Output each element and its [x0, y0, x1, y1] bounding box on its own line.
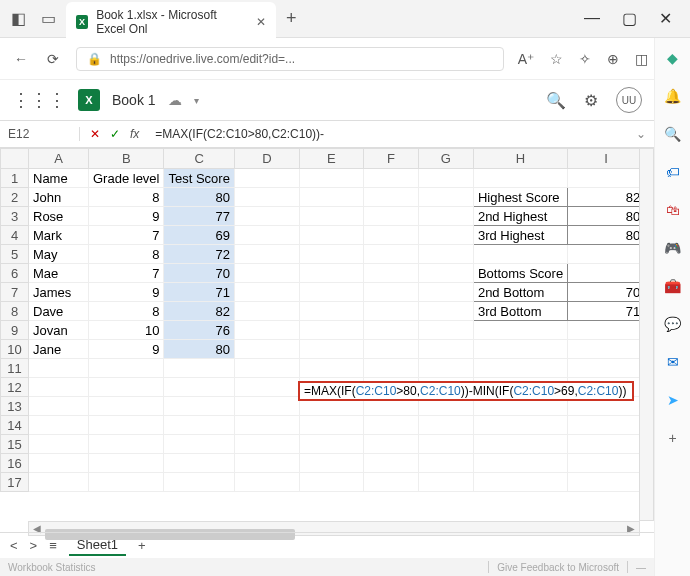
cell[interactable]: 9	[89, 340, 164, 359]
reading-icon[interactable]: A⁺	[518, 51, 534, 67]
cell[interactable]: 77	[164, 207, 234, 226]
bell-icon[interactable]: 🔔	[663, 86, 683, 106]
col-header-D[interactable]: D	[234, 149, 299, 169]
user-avatar[interactable]: UU	[616, 87, 642, 113]
workbook-name[interactable]: Book 1	[112, 92, 156, 108]
cell[interactable]: Mae	[29, 264, 89, 283]
send-icon[interactable]: ➤	[663, 390, 683, 410]
cell[interactable]: 2nd Bottom	[473, 283, 567, 302]
shopping-icon[interactable]: 🛍	[663, 200, 683, 220]
dropdown-icon[interactable]: ▾	[194, 95, 199, 106]
row-header[interactable]: 16	[1, 454, 29, 473]
sheet-tab[interactable]: Sheet1	[69, 535, 126, 556]
tabs-icon[interactable]: ▭	[40, 11, 56, 27]
next-sheet-icon[interactable]: >	[30, 538, 38, 553]
close-tab-icon[interactable]: ✕	[256, 15, 266, 29]
add-sheet-icon[interactable]: +	[138, 538, 146, 553]
zoom-out-icon[interactable]: —	[636, 562, 646, 573]
row-header[interactable]: 2	[1, 188, 29, 207]
tools-icon[interactable]: 🧰	[663, 276, 683, 296]
cell[interactable]: Bottoms Score	[473, 264, 567, 283]
cell[interactable]: 7	[89, 226, 164, 245]
row-header[interactable]: 10	[1, 340, 29, 359]
cloud-save-icon[interactable]: ☁	[168, 92, 182, 108]
cell[interactable]: 80	[568, 226, 645, 245]
row-header[interactable]: 7	[1, 283, 29, 302]
cell[interactable]: 70	[164, 264, 234, 283]
new-tab-button[interactable]: +	[286, 8, 297, 29]
profile-icon[interactable]: ◧	[10, 11, 26, 27]
row-header[interactable]: 12	[1, 378, 29, 397]
refresh-icon[interactable]: ⟳	[44, 51, 62, 67]
col-header-A[interactable]: A	[29, 149, 89, 169]
tag-icon[interactable]: 🏷	[663, 162, 683, 182]
row-header[interactable]: 5	[1, 245, 29, 264]
browser-tab[interactable]: X Book 1.xlsx - Microsoft Excel Onl ✕	[66, 2, 276, 42]
header-search-icon[interactable]: 🔍	[546, 91, 566, 110]
close-window-icon[interactable]: ✕	[659, 9, 672, 28]
spreadsheet-grid[interactable]: A B C D E F G H I 1 Name Grade level Tes…	[0, 148, 654, 576]
cell[interactable]: Mark	[29, 226, 89, 245]
cell[interactable]: Jane	[29, 340, 89, 359]
row-header[interactable]: 13	[1, 397, 29, 416]
cell[interactable]: 80	[164, 188, 234, 207]
add-icon[interactable]: +	[663, 428, 683, 448]
cell[interactable]: James	[29, 283, 89, 302]
cell[interactable]: 9	[89, 283, 164, 302]
cell[interactable]: Grade level	[89, 169, 164, 188]
cell[interactable]: 72	[164, 245, 234, 264]
col-header-F[interactable]: F	[363, 149, 418, 169]
prev-sheet-icon[interactable]: <	[10, 538, 18, 553]
cell[interactable]: 2nd Highest	[473, 207, 567, 226]
search-icon[interactable]: 🔍	[663, 124, 683, 144]
cell[interactable]: 70	[568, 283, 645, 302]
row-header[interactable]: 6	[1, 264, 29, 283]
cell[interactable]: 80	[164, 340, 234, 359]
formula-input[interactable]: =MAX(IF(C2:C10>80,C2:C10))-	[149, 127, 628, 141]
maximize-icon[interactable]: ▢	[622, 9, 637, 28]
row-header[interactable]: 3	[1, 207, 29, 226]
cell[interactable]: 8	[89, 188, 164, 207]
collections-icon[interactable]: ⊕	[607, 51, 619, 67]
row-header[interactable]: 4	[1, 226, 29, 245]
cell[interactable]: 82	[568, 188, 645, 207]
minimize-icon[interactable]: —	[584, 9, 600, 28]
extension-icon[interactable]: ✧	[579, 51, 591, 67]
select-all[interactable]	[1, 149, 29, 169]
cell[interactable]: Rose	[29, 207, 89, 226]
cell[interactable]: 9	[89, 207, 164, 226]
vertical-scrollbar[interactable]	[639, 148, 654, 521]
back-icon[interactable]: ←	[12, 51, 30, 67]
cancel-formula-icon[interactable]: ✕	[90, 127, 100, 141]
cell[interactable]: 82	[164, 302, 234, 321]
cell[interactable]: 8	[89, 245, 164, 264]
star-icon[interactable]: ☆	[550, 51, 563, 67]
col-header-I[interactable]: I	[568, 149, 645, 169]
cell[interactable]: 8	[89, 302, 164, 321]
col-header-C[interactable]: C	[164, 149, 234, 169]
url-input[interactable]: 🔒 https://onedrive.live.com/edit?id=...	[76, 47, 504, 71]
feedback-button[interactable]: Give Feedback to Microsoft	[497, 562, 619, 573]
name-box[interactable]: E12	[0, 127, 80, 141]
cell[interactable]: 76	[164, 321, 234, 340]
cell[interactable]: May	[29, 245, 89, 264]
split-icon[interactable]: ◫	[635, 51, 648, 67]
cell[interactable]: 69	[164, 226, 234, 245]
cell[interactable]: 10	[89, 321, 164, 340]
fx-icon[interactable]: fx	[130, 127, 139, 141]
cell[interactable]: 71	[164, 283, 234, 302]
cell[interactable]: Test Score	[164, 169, 234, 188]
all-sheets-icon[interactable]: ≡	[49, 538, 57, 553]
cell[interactable]: 7	[89, 264, 164, 283]
cell[interactable]: Dave	[29, 302, 89, 321]
workbook-stats-button[interactable]: Workbook Statistics	[8, 562, 96, 573]
formula-expand-icon[interactable]: ⌄	[628, 127, 654, 141]
row-header[interactable]: 11	[1, 359, 29, 378]
app-launcher-icon[interactable]: ⋮⋮⋮	[12, 89, 66, 111]
cell[interactable]: Highest Score	[473, 188, 567, 207]
cell[interactable]: 80	[568, 207, 645, 226]
outlook-icon[interactable]: ✉	[663, 352, 683, 372]
copilot-icon[interactable]: ◆	[663, 48, 683, 68]
row-header[interactable]: 9	[1, 321, 29, 340]
col-header-H[interactable]: H	[473, 149, 567, 169]
